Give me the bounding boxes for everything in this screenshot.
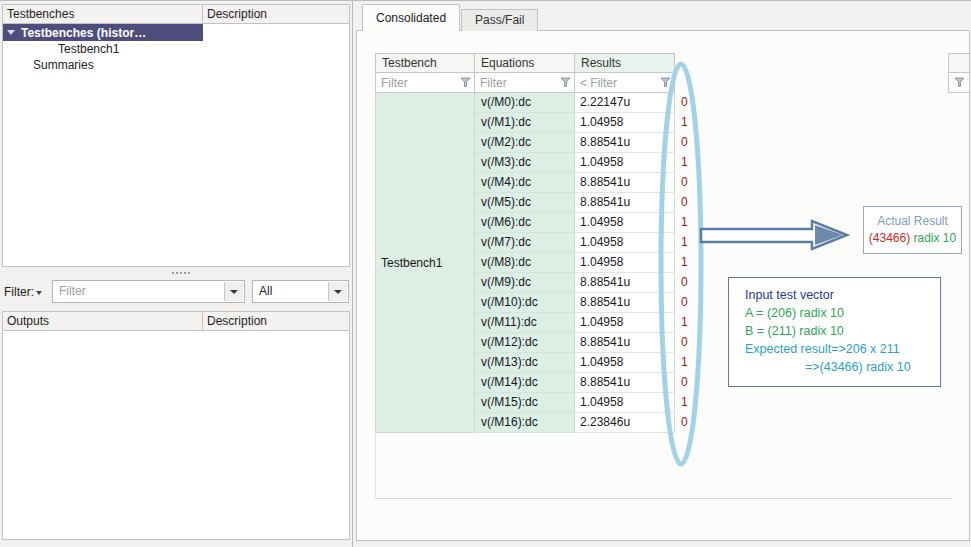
result-cell[interactable]: 1.04958 — [575, 313, 675, 333]
equation-cell[interactable]: v(/M5):dc — [475, 193, 575, 213]
horizontal-splitter-handle[interactable] — [172, 272, 174, 274]
result-bit-cell: 1 — [675, 153, 715, 173]
scope-combobox[interactable]: All — [252, 280, 349, 303]
outputs-column-header[interactable]: Outputs — [3, 312, 203, 330]
filter-combobox[interactable]: Filter — [52, 280, 245, 303]
equation-cell[interactable]: v(/M16):dc — [475, 413, 575, 433]
equation-cell[interactable]: v(/M8):dc — [475, 253, 575, 273]
column-header-equations[interactable]: Equations — [475, 53, 575, 73]
equation-cell[interactable]: v(/M15):dc — [475, 393, 575, 413]
tab-bar: Consolidated Pass/Fail — [362, 4, 538, 31]
tree-item-testbenches-history[interactable]: Testbenches (histor… — [3, 24, 203, 41]
tab-pass-fail[interactable]: Pass/Fail — [461, 9, 538, 31]
filter-menu-arrow-icon — [36, 291, 42, 295]
tree-item-summaries[interactable]: Summaries — [3, 57, 349, 73]
equation-cell[interactable]: v(/M12):dc — [475, 333, 575, 353]
filter-input[interactable]: Filter — [53, 281, 244, 302]
table-row[interactable]: v(/M3):dc1.049581 — [475, 153, 715, 173]
filter-funnel-icon[interactable] — [460, 77, 471, 88]
testbench-merged-cell[interactable]: Testbench1 — [375, 93, 475, 433]
table-row[interactable]: v(/M13):dc1.049581 — [475, 353, 715, 373]
result-cell[interactable]: 2.23846u — [575, 413, 675, 433]
table-row[interactable]: v(/M2):dc8.88541u0 — [475, 133, 715, 153]
result-cell[interactable]: 8.88541u — [575, 333, 675, 353]
testbench-list-header: Testbenches Description — [3, 5, 349, 24]
result-cell[interactable]: 8.88541u — [575, 133, 675, 153]
description-column-header[interactable]: Description — [203, 5, 349, 23]
equation-cell[interactable]: v(/M11):dc — [475, 313, 575, 333]
result-bit-cell: 1 — [675, 113, 715, 133]
filter-cell-equations[interactable]: Filter — [475, 73, 575, 93]
expander-triangle-icon[interactable] — [7, 30, 15, 35]
table-row[interactable]: v(/M14):dc8.88541u0 — [475, 373, 715, 393]
filter-placeholder: < Filter — [580, 76, 617, 90]
equation-cell[interactable]: v(/M4):dc — [475, 173, 575, 193]
testbench-list: Testbenches Description Testbenches (his… — [2, 4, 350, 267]
column-header-testbench[interactable]: Testbench — [375, 53, 475, 73]
table-row[interactable]: v(/M4):dc8.88541u0 — [475, 173, 715, 193]
clipped-column-sliver — [948, 53, 970, 93]
equation-cell[interactable]: v(/M14):dc — [475, 373, 575, 393]
equation-cell[interactable]: v(/M2):dc — [475, 133, 575, 153]
filter-cell-testbench[interactable]: Filter — [375, 73, 475, 93]
equation-cell[interactable]: v(/M9):dc — [475, 273, 575, 293]
table-row[interactable]: v(/M7):dc1.049581 — [475, 233, 715, 253]
clipped-filter-cell[interactable] — [948, 73, 970, 93]
filter-funnel-icon[interactable] — [954, 77, 965, 88]
actual-result-title: Actual Result — [864, 213, 961, 230]
filter-placeholder: Filter — [480, 76, 507, 90]
result-bit-cell: 1 — [675, 393, 715, 413]
actual-result-value-line: (43466) radix 10 — [864, 230, 961, 247]
table-row[interactable]: v(/M15):dc1.049581 — [475, 393, 715, 413]
result-cell[interactable]: 1.04958 — [575, 233, 675, 253]
table-row[interactable]: v(/M16):dc2.23846u0 — [475, 413, 715, 433]
clipped-column-header[interactable] — [948, 53, 970, 73]
result-cell[interactable]: 8.88541u — [575, 273, 675, 293]
equation-cell[interactable]: v(/M3):dc — [475, 153, 575, 173]
table-body: Testbench1 v(/M0):dc2.22147u0v(/M1):dc1.… — [375, 93, 715, 433]
result-bit-cell: 0 — [675, 133, 715, 153]
filter-cell-results[interactable]: < Filter — [575, 73, 675, 93]
table-row[interactable]: v(/M9):dc8.88541u0 — [475, 273, 715, 293]
result-cell[interactable]: 1.04958 — [575, 353, 675, 373]
result-bit-cell: 1 — [675, 253, 715, 273]
table-row[interactable]: v(/M5):dc8.88541u0 — [475, 193, 715, 213]
result-cell[interactable]: 2.22147u — [575, 93, 675, 113]
filter-menu-button[interactable]: Filter: — [4, 285, 42, 299]
filter-funnel-icon[interactable] — [660, 77, 671, 88]
equation-cell[interactable]: v(/M13):dc — [475, 353, 575, 373]
equation-cell[interactable]: v(/M6):dc — [475, 213, 575, 233]
scope-dropdown-button[interactable] — [328, 282, 347, 301]
result-bit-cell: 1 — [675, 353, 715, 373]
table-row[interactable]: v(/M0):dc2.22147u0 — [475, 93, 715, 113]
equation-cell[interactable]: v(/M1):dc — [475, 113, 575, 133]
testbenches-column-header[interactable]: Testbenches — [3, 5, 203, 23]
expected-result-line1: Expected result=>206 x 211 — [745, 340, 940, 358]
result-cell[interactable]: 1.04958 — [575, 153, 675, 173]
result-cell[interactable]: 8.88541u — [575, 173, 675, 193]
result-bit-cell: 0 — [675, 333, 715, 353]
table-row[interactable]: v(/M12):dc8.88541u0 — [475, 333, 715, 353]
result-cell[interactable]: 8.88541u — [575, 193, 675, 213]
table-row[interactable]: v(/M1):dc1.049581 — [475, 113, 715, 133]
tab-consolidated[interactable]: Consolidated — [362, 4, 460, 31]
tree-item-testbench1[interactable]: Testbench1 — [3, 41, 349, 57]
tree-item-label: Testbenches (histor… — [21, 26, 146, 40]
equation-cell[interactable]: v(/M0):dc — [475, 93, 575, 113]
column-header-results[interactable]: Results — [575, 53, 675, 73]
filter-dropdown-button[interactable] — [224, 282, 243, 301]
result-cell[interactable]: 1.04958 — [575, 213, 675, 233]
result-cell[interactable]: 8.88541u — [575, 293, 675, 313]
table-row[interactable]: v(/M11):dc1.049581 — [475, 313, 715, 333]
table-row[interactable]: v(/M6):dc1.049581 — [475, 213, 715, 233]
description-column-header[interactable]: Description — [203, 312, 349, 330]
table-row[interactable]: v(/M10):dc8.88541u0 — [475, 293, 715, 313]
equation-cell[interactable]: v(/M7):dc — [475, 233, 575, 253]
result-cell[interactable]: 1.04958 — [575, 253, 675, 273]
result-cell[interactable]: 8.88541u — [575, 373, 675, 393]
table-row[interactable]: v(/M8):dc1.049581 — [475, 253, 715, 273]
equation-cell[interactable]: v(/M10):dc — [475, 293, 575, 313]
result-cell[interactable]: 1.04958 — [575, 393, 675, 413]
filter-funnel-icon[interactable] — [560, 77, 571, 88]
result-cell[interactable]: 1.04958 — [575, 113, 675, 133]
